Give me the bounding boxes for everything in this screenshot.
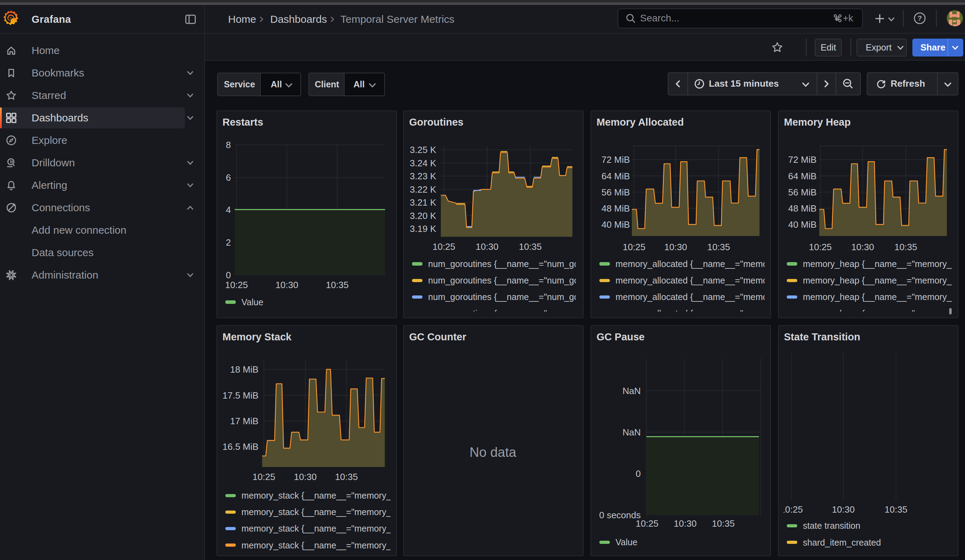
- svg-text:10:30: 10:30: [832, 504, 855, 515]
- svg-text:10:30: 10:30: [674, 518, 697, 529]
- svg-text:48 MiB: 48 MiB: [788, 203, 816, 214]
- svg-text:6: 6: [226, 172, 231, 183]
- svg-text:10:35: 10:35: [325, 280, 348, 290]
- svg-text:10:30: 10:30: [294, 472, 317, 482]
- svg-text:10:25: 10:25: [780, 504, 803, 515]
- svg-text:NaN: NaN: [623, 385, 641, 396]
- svg-text:3.19 K: 3.19 K: [410, 224, 437, 234]
- svg-text:10:25: 10:25: [623, 242, 645, 252]
- svg-text:4: 4: [226, 204, 231, 215]
- svg-text:10:35: 10:35: [712, 518, 735, 529]
- svg-text:10:30: 10:30: [851, 242, 874, 252]
- svg-text:72 MiB: 72 MiB: [788, 154, 816, 165]
- svg-text:8: 8: [226, 140, 231, 150]
- svg-text:3.23 K: 3.23 K: [410, 171, 437, 181]
- svg-text:3.21 K: 3.21 K: [410, 197, 437, 208]
- svg-text:0 seconds: 0 seconds: [599, 510, 641, 520]
- svg-text:10:35: 10:35: [335, 472, 358, 482]
- svg-text:10:25: 10:25: [636, 518, 658, 529]
- svg-text:3.25 K: 3.25 K: [410, 145, 437, 155]
- svg-text:17 MiB: 17 MiB: [230, 416, 258, 426]
- svg-text:10:30: 10:30: [664, 242, 687, 252]
- svg-text:56 MiB: 56 MiB: [602, 187, 630, 198]
- svg-text:3.20 K: 3.20 K: [410, 211, 437, 221]
- svg-text:10:25: 10:25: [809, 242, 832, 252]
- svg-text:56 MiB: 56 MiB: [788, 187, 816, 198]
- svg-text:10:35: 10:35: [895, 242, 917, 252]
- svg-text:16.5 MiB: 16.5 MiB: [222, 442, 258, 452]
- svg-text:10:30: 10:30: [476, 242, 498, 252]
- svg-text:2: 2: [226, 237, 231, 248]
- svg-text:10:25: 10:25: [432, 242, 455, 252]
- svg-text:10:35: 10:35: [885, 504, 908, 515]
- svg-text:10:35: 10:35: [707, 242, 730, 252]
- svg-text:18 MiB: 18 MiB: [230, 364, 258, 375]
- svg-text:64 MiB: 64 MiB: [602, 171, 630, 181]
- svg-text:3.24 K: 3.24 K: [410, 158, 437, 168]
- svg-text:17.5 MiB: 17.5 MiB: [222, 390, 258, 401]
- svg-text:64 MiB: 64 MiB: [788, 171, 816, 181]
- svg-text:10:30: 10:30: [275, 280, 298, 290]
- svg-text:NaN: NaN: [623, 427, 641, 438]
- svg-text:40 MiB: 40 MiB: [788, 219, 816, 230]
- svg-text:?: ?: [918, 14, 922, 22]
- svg-text:10:25: 10:25: [252, 472, 275, 482]
- svg-text:3.22 K: 3.22 K: [410, 184, 437, 195]
- svg-text:10:25: 10:25: [225, 280, 248, 290]
- svg-text:10:35: 10:35: [519, 242, 542, 252]
- svg-text:0: 0: [636, 469, 641, 479]
- svg-text:72 MiB: 72 MiB: [602, 154, 630, 165]
- svg-text:0: 0: [226, 270, 231, 280]
- svg-text:48 MiB: 48 MiB: [602, 203, 630, 214]
- svg-text:40 MiB: 40 MiB: [602, 219, 630, 230]
